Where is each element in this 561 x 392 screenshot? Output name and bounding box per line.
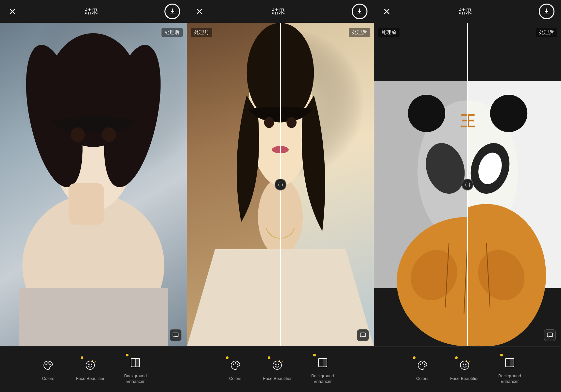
tool-label-face-1: Face Beautifier xyxy=(76,376,104,382)
tool-icon-colors-3 xyxy=(414,357,431,373)
tool-face-beautifier-1[interactable]: Face Beautifier xyxy=(76,357,104,382)
close-button-3[interactable] xyxy=(381,6,393,17)
divider-handle-3[interactable]: ⟨ ⟩ xyxy=(462,179,473,190)
svg-rect-10 xyxy=(136,358,140,367)
top-bar-1: 结果 xyxy=(0,0,187,23)
panel-3: 结果 处理前 处理后 ⟨ ⟩ xyxy=(374,0,561,392)
svg-point-27 xyxy=(424,364,425,365)
svg-point-8 xyxy=(91,364,92,365)
download-button-1[interactable] xyxy=(164,4,180,19)
tool-bg-enhancer-2[interactable]: BackgroundEnhancer xyxy=(311,354,334,384)
tool-icon-face-1 xyxy=(82,357,98,373)
panel-1-title: 结果 xyxy=(85,7,98,16)
dot-face-3 xyxy=(455,356,458,359)
after-label-1: 处理后 xyxy=(162,28,183,37)
panel-3-title: 结果 xyxy=(459,7,472,16)
tool-label-colors-3: Colors xyxy=(416,376,429,382)
tool-label-bg-1: BackgroundEnhancer xyxy=(124,373,147,384)
svg-point-14 xyxy=(233,364,234,365)
tool-bg-enhancer-1[interactable]: BackgroundEnhancer xyxy=(124,354,147,384)
svg-rect-32 xyxy=(510,358,514,367)
tool-icon-colors-1 xyxy=(40,357,56,373)
panels-container: 结果 处理后 xyxy=(0,0,561,392)
svg-point-29 xyxy=(463,364,464,365)
download-button-3[interactable] xyxy=(539,4,554,19)
close-button-1[interactable] xyxy=(7,6,18,17)
after-label-3: 处理后 xyxy=(536,28,557,37)
top-bar-3: 结果 xyxy=(374,0,561,23)
panel-1: 结果 处理后 xyxy=(0,0,187,392)
tool-icon-face-3 xyxy=(456,357,473,373)
dot-bg-1 xyxy=(126,354,128,356)
close-button-2[interactable] xyxy=(194,6,205,17)
before-label-2: 处理前 xyxy=(191,28,212,37)
image-area-2: 处理前 处理后 ⟨ ⟩ xyxy=(187,23,374,346)
tool-icon-bg-3 xyxy=(502,354,518,371)
tool-face-beautifier-3[interactable]: Face Beautifier xyxy=(450,357,479,382)
dot-face-2 xyxy=(268,356,270,359)
dot-colors-3 xyxy=(413,356,416,359)
image-area-3: 处理前 处理后 ⟨ ⟩ xyxy=(374,23,561,346)
svg-rect-21 xyxy=(323,358,327,367)
tool-colors-2[interactable]: Colors xyxy=(227,357,244,382)
tool-label-colors-1: Colors xyxy=(42,376,54,382)
bottom-toolbar-3: Colors Face Beautifier xyxy=(374,346,561,392)
comment-icon-3[interactable] xyxy=(544,329,556,341)
dot-face-1 xyxy=(81,356,83,359)
svg-point-17 xyxy=(273,361,281,369)
tool-icon-bg-2 xyxy=(314,354,331,371)
photo-1 xyxy=(0,23,187,346)
svg-point-7 xyxy=(88,364,90,365)
dot-colors-2 xyxy=(226,356,229,359)
after-label-2: 处理后 xyxy=(349,28,370,37)
svg-point-25 xyxy=(420,364,421,365)
svg-point-4 xyxy=(47,362,49,364)
tool-face-beautifier-2[interactable]: Face Beautifier xyxy=(263,357,292,382)
svg-point-16 xyxy=(237,364,238,365)
tool-colors-3[interactable]: Colors xyxy=(414,357,431,382)
tool-label-bg-3: BackgroundEnhancer xyxy=(498,373,521,384)
top-bar-2: 结果 xyxy=(187,0,374,23)
svg-point-3 xyxy=(45,364,47,365)
svg-point-30 xyxy=(465,364,467,365)
svg-point-18 xyxy=(275,364,277,365)
tool-label-bg-2: BackgroundEnhancer xyxy=(311,373,334,384)
bottom-toolbar-1: Colors Face Beautifier xyxy=(0,346,187,392)
panel-2: 结果 处理前 处理后 ⟨ ⟩ xyxy=(187,0,374,392)
tool-label-colors-2: Colors xyxy=(229,376,242,382)
tool-label-face-3: Face Beautifier xyxy=(450,376,479,382)
tool-label-face-2: Face Beautifier xyxy=(263,376,292,382)
svg-point-6 xyxy=(86,361,94,369)
panel-2-title: 结果 xyxy=(272,7,285,16)
svg-point-19 xyxy=(278,364,279,365)
svg-point-26 xyxy=(422,362,423,364)
image-area-1: 处理后 xyxy=(0,23,187,346)
tool-icon-bg-1 xyxy=(127,354,144,371)
svg-point-5 xyxy=(49,364,51,365)
tool-icon-face-2 xyxy=(269,357,285,373)
svg-rect-2 xyxy=(173,333,178,337)
svg-point-28 xyxy=(460,361,469,369)
tool-icon-colors-2 xyxy=(227,357,244,373)
before-label-3: 处理前 xyxy=(378,28,400,37)
divider-handle-2[interactable]: ⟨ ⟩ xyxy=(275,179,286,190)
tool-bg-enhancer-3[interactable]: BackgroundEnhancer xyxy=(498,354,521,384)
comment-icon-2[interactable] xyxy=(357,329,369,341)
svg-rect-13 xyxy=(360,333,366,337)
comment-icon-1[interactable] xyxy=(170,329,181,341)
tool-colors-1[interactable]: Colors xyxy=(40,357,56,382)
bottom-toolbar-2: Colors Face Beautifier xyxy=(187,346,374,392)
download-button-2[interactable] xyxy=(352,4,367,19)
svg-point-15 xyxy=(235,362,236,364)
dot-bg-3 xyxy=(500,354,503,356)
svg-rect-24 xyxy=(547,333,552,337)
dot-bg-2 xyxy=(313,354,316,356)
